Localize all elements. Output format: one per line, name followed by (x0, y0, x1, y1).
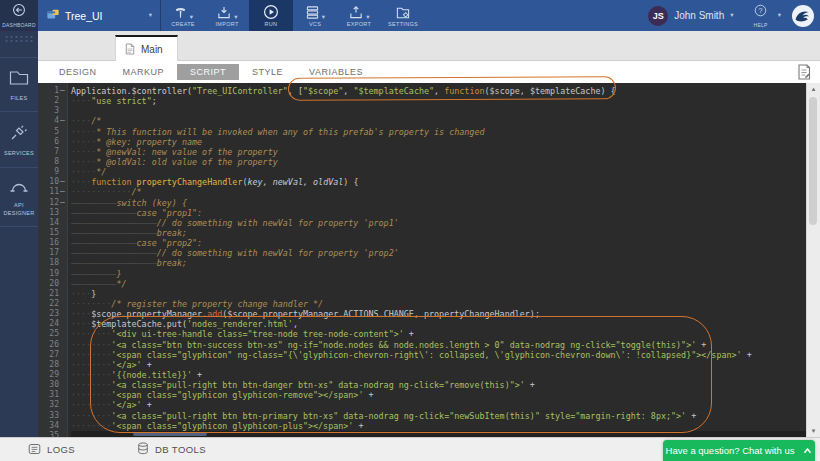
dashboard-button[interactable]: DASHBOARD (0, 0, 38, 31)
scroll-down-icon[interactable]: ▾ (807, 427, 820, 435)
fold-marker-icon[interactable]: – (59, 198, 66, 208)
sidebar-item-services[interactable]: SERVICES (0, 112, 38, 167)
code-line: ········/* register the property change … (71, 299, 820, 309)
sidebar-item-files[interactable]: FILES (0, 57, 38, 112)
code-line: –––––––––––––––––break; (71, 258, 820, 268)
user-menu[interactable]: JS John Smith ▾ (648, 6, 733, 26)
menu-run[interactable]: RUN (249, 0, 293, 31)
line-number[interactable]: 16 (38, 238, 67, 248)
menu-import[interactable]: ▾IMPORT (205, 0, 249, 31)
logs-button[interactable]: LOGS (28, 443, 75, 457)
line-number[interactable]: 22 (38, 299, 67, 309)
menu-settings[interactable]: SETTINGS (381, 0, 425, 31)
line-number[interactable]: 4– (38, 116, 67, 126)
line-number[interactable]: 11– (38, 187, 67, 197)
code-line: ········'<span class="glyphicon glyphico… (71, 421, 820, 431)
code-area[interactable]: Application.$controller("Tree_UIControll… (68, 83, 820, 437)
project-selector[interactable]: Tree_UI ▾ (38, 0, 160, 31)
tab-variables[interactable]: VARIABLES (296, 64, 376, 80)
line-number[interactable]: 9 (38, 167, 67, 177)
scrollbar-thumb[interactable] (809, 97, 817, 225)
scroll-up-icon[interactable]: ▴ (807, 85, 820, 93)
fold-marker-icon[interactable]: – (59, 177, 66, 187)
tab-script[interactable]: SCRIPT (177, 64, 239, 80)
line-number[interactable]: 34 (38, 421, 67, 431)
code-line: ········'{{node.title}}' + (71, 370, 820, 380)
top-bar: DASHBOARD Tree_UI ▾ ▾CREATE▾IMPORTRUN▾VC… (0, 0, 820, 31)
code-line: ········'<a class="btn btn-success btn-x… (71, 340, 820, 350)
line-number[interactable]: 24 (38, 319, 67, 329)
code-line: –––––––––––––case "prop1": (71, 208, 820, 218)
line-number[interactable]: 12– (38, 198, 67, 208)
arc-icon (8, 178, 30, 198)
menu-vcs[interactable]: ▾VCS (293, 0, 337, 31)
line-number[interactable]: 30 (38, 380, 67, 390)
line-number[interactable]: 31 (38, 390, 67, 400)
tab-design[interactable]: DESIGN (46, 64, 110, 80)
menu-label: CREATE (171, 21, 195, 27)
line-number[interactable]: 29 (38, 370, 67, 380)
line-number[interactable]: 5 (38, 127, 67, 137)
line-number[interactable]: 7 (38, 147, 67, 157)
tab-main[interactable]: Main (115, 35, 178, 62)
code-line: –––––––––} (71, 269, 820, 279)
db-tools-button[interactable]: DB TOOLS (137, 442, 206, 457)
line-number[interactable]: 27 (38, 350, 67, 360)
menu-label: RUN (265, 21, 278, 27)
line-number[interactable]: 17 (38, 248, 67, 258)
menu-export[interactable]: ▾EXPORT (337, 0, 381, 31)
chevron-down-icon: ▾ (778, 12, 781, 19)
code-line: ·····* @oldVal: old value of the propert… (71, 157, 820, 167)
menu-create[interactable]: ▾CREATE (161, 0, 205, 31)
hscrollbar-thumb[interactable] (133, 432, 207, 436)
code-editor[interactable]: 1–234–5678910–11–12–13141516171819202122… (38, 83, 820, 437)
help-menu[interactable]: ? HELP (753, 3, 767, 28)
subtab-bar: DESIGNMARKUPSCRIPTSTYLEVARIABLES (38, 61, 820, 84)
code-line: ········'</a>' + (71, 400, 820, 410)
line-number[interactable]: 18 (38, 258, 67, 268)
sidebar-dots-decoration (4, 35, 34, 43)
code-line: –––––––––switch (key) { (71, 198, 820, 208)
format-code-icon[interactable] (796, 63, 812, 85)
line-number[interactable]: 33 (38, 411, 67, 421)
plug-icon (9, 122, 29, 146)
line-number[interactable]: 32 (38, 400, 67, 410)
menu-label: EXPORT (347, 21, 371, 27)
sidebar-item-api-designer[interactable]: APIDESIGNER (0, 168, 38, 228)
dashboard-icon (12, 3, 26, 21)
vcs-icon: ▾ (305, 4, 325, 20)
line-number[interactable]: 15 (38, 228, 67, 238)
chat-with-us-button[interactable]: Have a question? Chat with us (663, 440, 815, 461)
line-number[interactable]: 3 (38, 106, 67, 116)
wavemaker-logo[interactable] (791, 4, 815, 28)
fold-marker-icon[interactable]: – (59, 86, 66, 96)
tab-markup[interactable]: MARKUP (110, 64, 178, 80)
line-number[interactable]: 1– (38, 86, 67, 96)
line-number[interactable]: 8 (38, 157, 67, 167)
tab-style[interactable]: STYLE (239, 64, 296, 80)
line-number[interactable]: 19 (38, 269, 67, 279)
code-line: Application.$controller("Tree_UIControll… (71, 86, 820, 96)
sidebar-item-label: FILES (11, 94, 28, 102)
line-number[interactable]: 6 (38, 137, 67, 147)
line-number[interactable]: 14 (38, 218, 67, 228)
line-number[interactable]: 28 (38, 360, 67, 370)
line-number[interactable]: 21 (38, 289, 67, 299)
line-number[interactable]: 23 (38, 309, 67, 319)
code-line: –––––––––––––––––break; (71, 228, 820, 238)
import-icon: ▾ (216, 4, 237, 20)
line-number[interactable]: 10– (38, 177, 67, 187)
line-number[interactable]: 25 (38, 329, 67, 339)
sidebar-item-label: SERVICES (4, 149, 34, 157)
line-number[interactable]: 20 (38, 279, 67, 289)
line-number[interactable]: 13 (38, 208, 67, 218)
main-content: Main DESIGNMARKUPSCRIPTSTYLEVARIABLES 1–… (38, 31, 820, 437)
vertical-scrollbar[interactable]: ▴ ▾ (806, 83, 820, 437)
line-number[interactable]: 2 (38, 96, 67, 106)
export-icon: ▾ (348, 4, 369, 20)
code-line: ····$templateCache.put('nodes_renderer.h… (71, 319, 820, 329)
code-line: ········'<a class="pull-right btn btn-da… (71, 380, 820, 390)
fold-marker-icon[interactable]: – (59, 116, 66, 126)
fold-marker-icon[interactable]: – (59, 187, 66, 197)
line-number[interactable]: 26 (38, 340, 67, 350)
